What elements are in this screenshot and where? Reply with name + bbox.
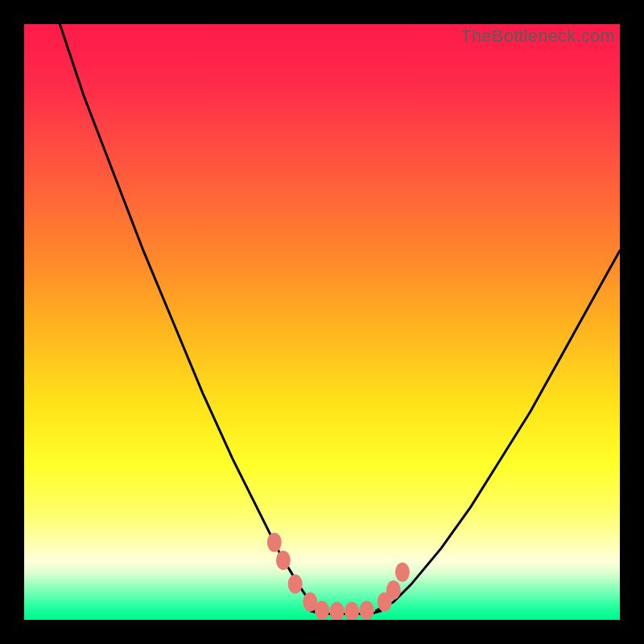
chart-marker [386, 580, 401, 600]
watermark-text: TheBottleneck.com [460, 26, 615, 47]
chart-marker [315, 601, 329, 620]
chart-marker [330, 602, 345, 620]
chart-marker [360, 601, 374, 620]
chart-marker [267, 533, 282, 552]
chart-marker [345, 602, 359, 620]
chart-frame: TheBottleneck.com [0, 0, 644, 644]
chart-curve-layer [24, 24, 620, 620]
chart-marker [395, 563, 410, 582]
chart-curve-path [60, 24, 620, 614]
chart-markers [267, 533, 410, 620]
chart-marker [276, 551, 291, 570]
chart-marker [288, 575, 303, 594]
